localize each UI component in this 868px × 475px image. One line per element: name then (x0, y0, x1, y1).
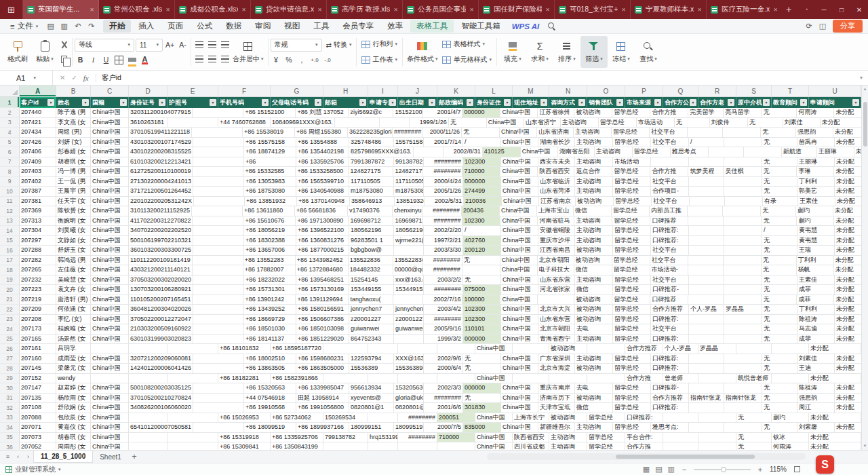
cell[interactable]: 110112200109181419 (129, 256, 193, 266)
close-tab-icon[interactable]: ✕ (241, 7, 246, 13)
cell[interactable]: 654101200007050581 (129, 423, 193, 433)
menu-tab-智能工具箱[interactable]: 智能工具箱 (455, 20, 507, 33)
row-header[interactable]: 13 (0, 216, 20, 227)
cell[interactable] (689, 187, 724, 197)
close-tab-icon[interactable]: ✕ (469, 7, 474, 13)
filter-dropdown-icon[interactable]: ▼ (82, 99, 89, 106)
row-header[interactable]: 5 (0, 138, 20, 148)
cell[interactable]: 周江 (797, 403, 835, 413)
cell[interactable]: 留学总经 (613, 285, 651, 295)
filter-dropdown-icon[interactable]: ▼ (616, 99, 623, 106)
cell[interactable] (724, 285, 762, 295)
cell[interactable]: 无 (762, 276, 797, 286)
table-header-cell[interactable]: 邮箱▼ (323, 97, 368, 108)
cell[interactable] (193, 335, 244, 345)
cell[interactable] (744, 147, 782, 157)
cell[interactable]: +86 1580156591 (296, 305, 349, 315)
cell[interactable]: 青海省西宁 (538, 335, 575, 345)
sync-icon[interactable]: ⟳ (803, 22, 815, 31)
cell[interactable]: 社交平台 (652, 197, 690, 207)
close-tab-icon[interactable]: ✕ (317, 7, 322, 13)
share-button[interactable]: 分享 (833, 20, 863, 33)
cell[interactable]: 山东省济宁 (524, 118, 561, 128)
cell[interactable]: 无 (761, 128, 796, 138)
cell[interactable]: 未分配 (835, 236, 861, 246)
cell[interactable]: v17490376 (348, 206, 393, 216)
cell[interactable]: 无 (675, 118, 710, 128)
cell[interactable]: 未分配 (835, 324, 861, 335)
cell[interactable]: +44 7460762888 (218, 118, 271, 128)
cell[interactable]: 207208 (20, 315, 56, 325)
cell[interactable]: 2003/3/30 (424, 246, 463, 256)
cell[interactable]: 370105200210270824 (129, 394, 193, 404)
cell[interactable]: 未分配 (833, 128, 861, 138)
cell[interactable]: 陈祖涛 (797, 315, 835, 325)
cell[interactable] (167, 413, 218, 423)
row-header[interactable]: 29 (0, 374, 20, 384)
cell-style-button[interactable]: 单元格样式▾ (439, 54, 494, 66)
cell[interactable] (724, 383, 762, 394)
cell[interactable]: 安徽省铜陵 (538, 226, 575, 236)
cell[interactable]: 无 (762, 315, 797, 325)
column-header-U[interactable]: U (809, 86, 861, 96)
conditional-format-button[interactable]: 条件格式▾ (405, 36, 440, 68)
cell[interactable]: 610103200212213421 (129, 157, 193, 168)
cell[interactable]: 108409691XXX@163. (271, 118, 335, 128)
prev-sheet-icon[interactable]: ‹ (13, 453, 23, 460)
cell[interactable]: 主动咨询 (595, 147, 633, 157)
row-header[interactable]: 18 (0, 265, 20, 276)
table-header-cell[interactable]: 父母电话号码▼ (271, 97, 323, 108)
name-box-dropdown-icon[interactable]: ▾ (33, 75, 36, 81)
cell[interactable]: China中国 (487, 118, 524, 128)
cell[interactable]: 2002/7/16 (423, 295, 462, 305)
cell[interactable]: ######## (423, 265, 462, 276)
cell[interactable] (689, 383, 724, 394)
cell[interactable]: +86 (244, 157, 296, 168)
cell[interactable]: 陕西省西安 (513, 433, 549, 443)
cell[interactable]: ######## (423, 256, 462, 266)
cell[interactable]: 河北省张家 (538, 285, 575, 295)
decrease-font-button[interactable]: A- (177, 39, 189, 51)
cell[interactable]: 马志迪 (797, 324, 835, 335)
cell[interactable]: 207440 (20, 108, 56, 118)
sheet-menu-icon[interactable]: ≡ (3, 453, 13, 460)
currency-format-button[interactable]: ¥ (271, 54, 282, 66)
cell[interactable]: 207108 (20, 403, 56, 413)
cell[interactable]: +86 19910568 (244, 403, 296, 413)
cell[interactable]: 上海市长宁 (513, 413, 549, 423)
cell[interactable]: 411702200312270822 (129, 216, 193, 227)
cell[interactable]: 180995191 (394, 423, 424, 433)
cell[interactable]: 吴佳棋 (724, 167, 762, 177)
cell[interactable]: 169698712 (349, 216, 393, 227)
cell[interactable]: 15536389 (349, 364, 394, 374)
cell[interactable]: 207173 (20, 324, 56, 335)
table-header-cell[interactable]: 申请顾问▼ (809, 97, 861, 108)
cell[interactable] (724, 403, 762, 413)
cell[interactable]: 无 (463, 276, 501, 286)
cell[interactable]: ######## (424, 315, 463, 325)
cell[interactable]: 留学总经 (613, 187, 651, 197)
cell[interactable]: China中国 (91, 128, 129, 138)
cell[interactable] (689, 236, 724, 246)
document-tab[interactable]: 常州公积金 .xlsx✕ (99, 0, 175, 19)
cell[interactable]: China中国 (91, 354, 129, 364)
cell[interactable]: 合作项目- (651, 187, 689, 197)
column-header-E[interactable]: E (167, 86, 218, 96)
cell[interactable]: 未分配 (835, 423, 861, 433)
cell[interactable]: 310113200211152925 (129, 206, 192, 216)
cell[interactable]: +86 1851229020 (296, 335, 349, 345)
cell[interactable]: 合作方推 (625, 442, 663, 450)
cell[interactable] (724, 187, 762, 197)
cell[interactable] (736, 344, 772, 354)
redo-icon[interactable]: ↷ (85, 22, 98, 31)
cell[interactable]: 留学总经 (613, 364, 651, 374)
cell[interactable] (167, 442, 218, 450)
cell[interactable]: China中国 (501, 315, 538, 325)
cell[interactable]: 075000 (463, 285, 501, 295)
increase-font-button[interactable]: A+ (164, 39, 176, 51)
cell[interactable]: / (463, 226, 501, 236)
font-size-select[interactable]: 11▾ (136, 39, 163, 52)
cell[interactable]: 口碑推荐- (651, 285, 689, 295)
cell[interactable]: China中国 (91, 285, 129, 295)
cell[interactable]: +86 1335925706 (296, 157, 349, 168)
